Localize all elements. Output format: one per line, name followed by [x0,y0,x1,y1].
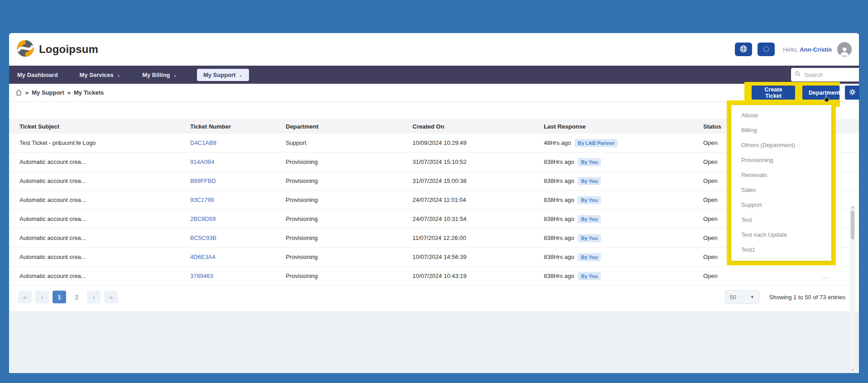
column-header-last-response[interactable]: Last Response [544,123,703,130]
responder-badge: By You [578,158,601,166]
pagination-first-button[interactable]: « [18,291,32,303]
last-response-time: 838Hrs ago [544,273,574,279]
pagination-row: «‹12›» 50 ▼ Showing 1 to 50 of 73 entrie… [18,290,850,304]
home-icon[interactable] [15,89,22,96]
nav-item-label: My Billing [142,72,170,78]
search-input[interactable] [804,72,849,78]
row-actions-menu[interactable]: ... [806,273,845,280]
page-size-value: 50 [730,294,736,301]
search-box[interactable] [791,68,859,81]
nav-item-label: My Dashboard [17,72,58,78]
ticket-last-response: 838Hrs agoBy You [544,272,703,280]
column-header-ticket-subject[interactable]: Ticket Subject [19,123,190,130]
dropdown-option-billing[interactable]: Billing [731,123,831,138]
ticket-created-on: 31/07/2024 15:00:38 [412,177,544,184]
dropdown-option-test[interactable]: Test [731,212,831,227]
table-row[interactable]: Automatic account crea...3789463Provisio… [9,267,859,286]
last-response-time: 838Hrs ago [544,215,574,222]
pagination-next-button[interactable]: › [87,291,101,303]
nav-item-my-dashboard[interactable]: My Dashboard [15,69,60,81]
responder-badge: By You [578,272,601,280]
eu-flag-icon [762,45,770,54]
table-scrollbar[interactable]: ▲ ▼ [850,205,855,373]
responder-badge: By You [578,177,601,185]
responder-badge: By You [578,234,601,242]
dropdown-option-test-nach-update[interactable]: Test nach Update [731,227,831,242]
ticket-department: Provisioning [286,254,412,260]
responder-badge: By You [578,253,601,261]
pagination-page-2[interactable]: 2 [70,294,83,301]
column-header-department[interactable]: Department [286,123,412,130]
ticket-department: Provisioning [286,177,412,184]
breadcrumb-item-my-support[interactable]: My Support [32,89,64,96]
pagination-prev-button[interactable]: ‹ [35,291,49,303]
main-nav: My DashboardMy Services⌄My Billing⌄My Su… [9,66,859,84]
ticket-created-on: 10/07/2024 14:56:39 [412,254,544,260]
ticket-created-on: 11/07/2024 12:26:00 [412,235,544,241]
column-header-created-on[interactable]: Created On [412,123,544,130]
ticket-created-on: 24/07/2024 10:31:54 [412,215,544,222]
nav-item-my-billing[interactable]: My Billing⌄ [140,69,179,81]
last-response-time: 48Hrs ago [544,139,571,146]
dropdown-option-renewals[interactable]: Renewals [731,168,831,182]
ticket-number-link[interactable]: 4D6E3A4 [190,254,286,260]
breadcrumb-row: » My Support » My Tickets Create Ticket … [9,84,859,102]
ticket-last-response: 838Hrs agoBy You [544,215,703,223]
user-name: Ann-Cristin [800,46,832,53]
ticket-number-link[interactable]: 93C1799 [190,196,286,203]
footer-area [9,311,859,373]
gear-icon [849,88,856,97]
ticket-subject: Automatic account crea... [19,177,190,184]
ticket-number-link[interactable]: BC5C93B [190,235,286,241]
pagination-last-button[interactable]: » [104,291,118,303]
department-button[interactable]: Department [802,86,839,100]
ticket-last-response: 48Hrs agoBy LAB Partner [544,139,703,147]
breadcrumb-item-my-tickets[interactable]: My Tickets [74,89,104,96]
responder-badge: By You [578,215,601,223]
ticket-department: Provisioning [286,235,412,241]
dropdown-option-test1[interactable]: Test1 [731,242,831,257]
pagination-page-1[interactable]: 1 [53,291,66,303]
search-icon [795,71,801,79]
greeting-text: Hello, Ann-Cristin [783,46,832,53]
page-size-select[interactable]: 50 ▼ [725,290,759,304]
mouse-cursor-icon [822,94,830,105]
ticket-department: Provisioning [286,215,412,222]
eu-flag-button[interactable] [758,43,775,56]
column-header-ticket-number[interactable]: Ticket Number [190,123,286,130]
ticket-created-on: 10/09/2024 10:29:49 [412,139,544,146]
nav-item-my-support[interactable]: My Support⌄ [197,69,249,81]
user-avatar[interactable] [837,42,852,57]
dropdown-option-sales[interactable]: Sales [731,182,831,197]
ticket-created-on: 10/07/2024 10:43:19 [412,273,544,279]
ticket-subject: Automatic account crea... [19,235,190,241]
nav-item-my-services[interactable]: My Services⌄ [78,69,123,81]
top-header: Logoipsum [9,33,859,66]
create-ticket-button[interactable]: Create Ticket [752,86,795,100]
scrollbar-up-arrow[interactable]: ▲ [851,205,854,210]
nav-item-label: My Support [203,72,236,78]
ticket-department: Provisioning [286,196,412,203]
globe-icon [739,45,748,54]
dropdown-option-abuse[interactable]: Abuse [731,108,831,123]
logo: Logoipsum [16,39,98,59]
ticket-subject: Automatic account crea... [19,196,190,203]
language-globe-button[interactable] [735,43,752,56]
settings-button[interactable] [845,86,859,100]
ticket-number-link[interactable]: 2BC9D59 [190,215,286,222]
dropdown-option-others-department-[interactable]: Others (Department) [731,138,831,153]
ticket-last-response: 838Hrs agoBy You [544,158,703,166]
entries-summary: Showing 1 to 50 of 73 entries [769,294,845,301]
ticket-number-link[interactable]: 3789463 [190,273,286,279]
scrollbar-down-arrow[interactable]: ▼ [851,368,854,373]
ticket-number-link[interactable]: B69FFBD [190,177,286,184]
dropdown-option-support[interactable]: Support [731,197,831,212]
ticket-created-on: 24/07/2024 11:01:04 [412,196,544,203]
scrollbar-thumb[interactable] [851,211,854,239]
app-window: Logoipsum [9,33,859,372]
ticket-number-link[interactable]: 914A0B4 [190,158,286,165]
ticket-number-link[interactable]: D4C1AB9 [190,139,286,146]
last-response-time: 838Hrs ago [544,196,574,203]
dropdown-option-provisioning[interactable]: Provisioning [731,153,831,168]
chevron-down-icon: ⌄ [173,72,177,77]
